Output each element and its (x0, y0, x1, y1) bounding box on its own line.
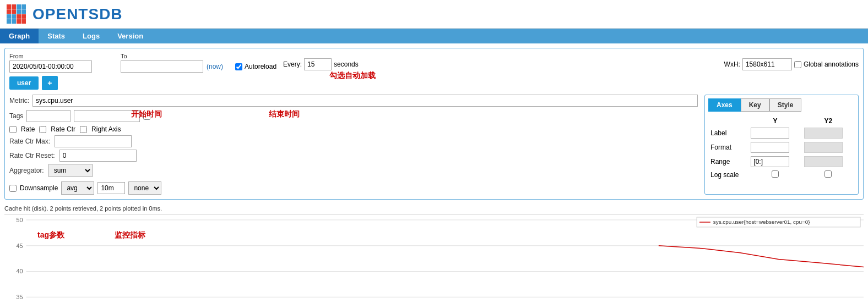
svg-text:45: 45 (17, 243, 23, 249)
y2-logscale-checkbox[interactable] (824, 170, 832, 178)
every-group: Every: seconds (283, 58, 359, 73)
logo-grid-icon (7, 4, 26, 24)
downsample-label: Downsample (20, 184, 58, 192)
axes-logscale-row: Log scale (708, 169, 855, 181)
axes-table: Y Y2 Label Format (708, 116, 855, 181)
y2-format-input[interactable] (804, 142, 843, 153)
to-group: To (now) (121, 53, 223, 73)
nav-tab-logs[interactable]: Logs (74, 29, 109, 43)
row1: From To (now) Autoreload Every: seconds (9, 53, 859, 73)
wxh-input[interactable] (742, 58, 792, 70)
downsample-checkbox[interactable] (9, 185, 17, 192)
rate-ctr-max-row: Rate Ctr Max: (9, 135, 698, 147)
axes-label-cell: Label (708, 126, 748, 140)
right-axis-checkbox[interactable] (80, 126, 87, 133)
logo: OPENTSDB (7, 4, 123, 24)
autoreload-checkbox[interactable] (235, 63, 242, 70)
rate-label: Rate (21, 125, 35, 133)
axes-tab-axes[interactable]: Axes (708, 98, 741, 112)
aggregator-label: Aggregator: (9, 167, 44, 174)
ds-func-select[interactable]: none avg min max (128, 181, 161, 195)
metric-section: Metric: Tags Rate Rate Ctr (9, 95, 698, 195)
to-input[interactable] (121, 60, 203, 73)
header: OPENTSDB (0, 0, 868, 29)
status-bar: Cache hit (disk). 2 points retrieved, 2 … (4, 203, 864, 214)
aggregator-row: Aggregator: sum avg min max (9, 164, 698, 177)
metric-row: Metric: (9, 95, 698, 107)
rate-ctr-label: Rate Ctr (51, 125, 75, 133)
downsample-row: Downsample avg sum min max none avg min (9, 181, 698, 195)
nav-tab-version[interactable]: Version (109, 29, 152, 43)
add-button[interactable]: + (42, 76, 57, 90)
ds-method-select[interactable]: avg sum min max (61, 181, 94, 195)
legend-text: sys.cpu.user{host=webserver01, cpu=0} (713, 219, 810, 225)
control-panel: From To (now) Autoreload Every: seconds (4, 48, 864, 200)
autoreload-group: Autoreload (235, 63, 276, 73)
tags-value-input[interactable] (74, 110, 140, 122)
rate-ctr-reset-row: Rate Ctr Reset: (9, 150, 698, 162)
axes-range-cell: Range (708, 155, 748, 169)
from-input[interactable] (9, 60, 92, 73)
metric-input[interactable] (32, 95, 698, 107)
svg-text:35: 35 (17, 294, 23, 300)
axes-tab-style[interactable]: Style (769, 98, 802, 112)
y2-range-input[interactable] (804, 156, 843, 167)
y-format-input[interactable] (751, 142, 789, 153)
chart-line (659, 246, 864, 267)
global-annotations-checkbox[interactable] (794, 61, 801, 68)
rate-ctr-max-label: Rate Ctr Max: (9, 137, 50, 145)
axes-panel: Axes Key Style Y Y2 Label (704, 95, 859, 195)
options-col: Rate Rate Ctr Right Axis Rate Ctr Max: R… (9, 125, 698, 195)
rate-ctr-reset-input[interactable] (59, 150, 137, 162)
global-annotations-label: Global annotations (804, 60, 859, 68)
tags-checkbox[interactable] (143, 113, 150, 120)
rate-ctr-checkbox[interactable] (39, 126, 46, 133)
y-label-input[interactable] (751, 128, 789, 139)
user-button[interactable]: user (9, 76, 39, 90)
axes-range-row: Range (708, 155, 855, 169)
wxh-group: WxH: Global annotations (724, 58, 859, 73)
from-group: From (9, 53, 92, 73)
rate-ctr-max-input[interactable] (55, 135, 132, 147)
every-label: Every: (283, 60, 302, 68)
row2: user + (9, 76, 859, 90)
nav-tab-stats[interactable]: Stats (39, 29, 74, 43)
aggregator-select[interactable]: sum avg min max (48, 164, 93, 177)
y2-header: Y2 (802, 116, 855, 126)
tags-row: Tags (9, 110, 698, 122)
axes-tabs: Axes Key Style (708, 98, 855, 112)
nav-bar: Graph Stats Logs Version (0, 29, 868, 43)
logo-text: OPENTSDB (32, 5, 123, 23)
rate-ctr-reset-label: Rate Ctr Reset: (9, 152, 55, 159)
rate-options-row: Rate Rate Ctr Right Axis (9, 125, 698, 133)
body-row: Metric: Tags Rate Rate Ctr (9, 95, 859, 195)
right-axis-label: Right Axis (91, 125, 121, 133)
chart-container: 勾选自动加载 开始时间 结束时间 tag参数 监控指标 50 45 40 35 (4, 214, 864, 303)
ds-time-input[interactable] (97, 182, 125, 194)
from-label: From (9, 53, 92, 59)
axes-format-cell: Format (708, 140, 748, 155)
axes-logscale-cell: Log scale (708, 169, 748, 181)
tags-label: Tags (9, 112, 23, 120)
to-label: To (121, 53, 223, 59)
chart-svg: 50 45 40 35 sys.cpu.user{host=webserver0… (4, 214, 864, 303)
svg-text:50: 50 (17, 217, 23, 223)
svg-text:40: 40 (17, 268, 23, 274)
y-range-input[interactable] (751, 156, 789, 167)
metric-label: Metric: (9, 97, 29, 104)
axes-tab-key[interactable]: Key (741, 98, 769, 112)
y2-label-input[interactable] (804, 128, 843, 139)
y-header: Y (748, 116, 801, 126)
nav-tab-graph[interactable]: Graph (0, 29, 39, 43)
autoreload-label: Autoreload (245, 63, 276, 70)
rate-checkbox[interactable] (9, 126, 17, 133)
axes-label-row: Label (708, 126, 855, 140)
seconds-label: seconds (334, 60, 359, 68)
tags-key-input[interactable] (26, 110, 70, 122)
wxh-label: WxH: (724, 60, 740, 68)
every-input[interactable] (304, 58, 332, 70)
main-content: From To (now) Autoreload Every: seconds (0, 43, 868, 303)
axes-format-row: Format (708, 140, 855, 155)
y-logscale-checkbox[interactable] (772, 170, 779, 178)
now-link[interactable]: (now) (207, 63, 223, 70)
